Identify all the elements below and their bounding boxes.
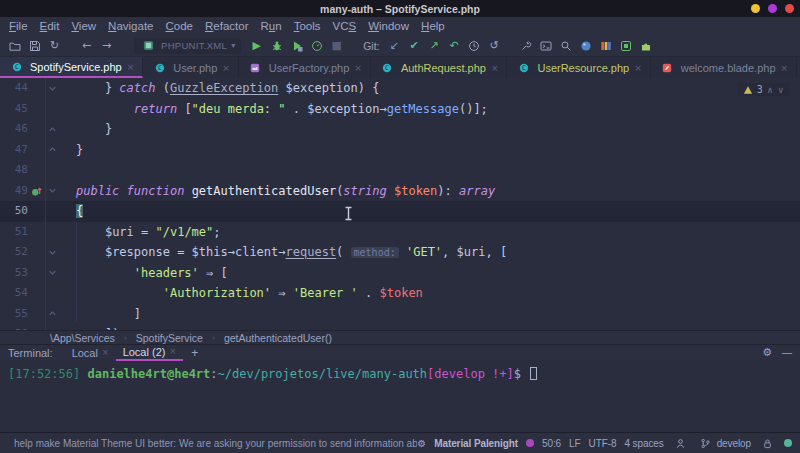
event-log-icon[interactable]: ⚙ (417, 438, 426, 449)
code-text[interactable]: } (60, 119, 800, 140)
close-terminal-tab-icon[interactable]: × (169, 347, 176, 356)
wrench-icon[interactable] (517, 37, 534, 54)
stop-icon[interactable]: ■ (328, 37, 345, 54)
debug-icon[interactable] (268, 37, 285, 54)
close-tab-icon[interactable]: × (222, 63, 230, 73)
menu-tools[interactable]: Tools (288, 20, 327, 32)
code-text[interactable]: ] (60, 304, 800, 325)
tab-userfactory-php[interactable]: UserFactory.php× (239, 57, 371, 78)
code-text[interactable]: 'Authorization' ⇒ 'Bearer ' . $token (60, 283, 800, 304)
open-icon[interactable] (6, 37, 23, 54)
code-text[interactable]: 'headers' ⇒ [ (60, 263, 800, 284)
back-icon[interactable]: ← (78, 37, 95, 54)
terminal-minimize-icon[interactable]: — (782, 347, 792, 358)
tab-welcome-blade-php[interactable]: welcome.blade.php× (651, 57, 797, 78)
git-branch-widget[interactable]: develop (697, 435, 751, 452)
close-button[interactable] (785, 4, 794, 13)
fold-down-icon[interactable] (45, 263, 60, 284)
search-everywhere-icon[interactable] (577, 37, 594, 54)
code-text[interactable]: { (60, 201, 800, 222)
method-gutter-icon[interactable] (28, 181, 45, 202)
caret-position-widget[interactable]: 50:6 (542, 438, 561, 449)
tab-authrequest-php[interactable]: CAuthRequest.php× (371, 57, 508, 78)
menu-edit[interactable]: Edit (34, 20, 66, 32)
menu-help[interactable]: Help (415, 20, 451, 32)
status-message[interactable]: help make Material Theme UI better: We a… (14, 438, 417, 449)
tab-user-php[interactable]: CUser.php× (143, 57, 239, 78)
new-terminal-button[interactable]: + (183, 346, 206, 360)
forward-icon[interactable]: → (98, 37, 115, 54)
git-rollback-icon[interactable]: ↶ (445, 37, 462, 54)
close-tab-icon[interactable]: × (634, 63, 642, 73)
fold-down-icon[interactable] (45, 242, 60, 263)
coverage-icon[interactable] (288, 37, 305, 54)
next-warning-icon[interactable]: ∨ (777, 85, 784, 95)
material-plugin-icon[interactable] (597, 37, 614, 54)
close-tab-icon[interactable]: × (491, 63, 499, 73)
prev-warning-icon[interactable]: ∧ (767, 85, 774, 95)
breadcrumb-item[interactable]: \App\Services (50, 332, 115, 344)
lock-icon[interactable] (759, 435, 776, 452)
run-config-select[interactable]: PHPUNIT.XML▾ (134, 38, 241, 54)
menu-view[interactable]: View (65, 20, 102, 32)
sync-icon[interactable]: ↻ (46, 37, 63, 54)
search-icon[interactable] (557, 37, 574, 54)
fold-up-icon[interactable] (45, 304, 60, 325)
encoding-widget[interactable]: UTF-8 (589, 438, 617, 449)
menu-file[interactable]: File (3, 20, 34, 32)
accent-dot[interactable] (526, 439, 534, 447)
menu-navigate[interactable]: Navigate (102, 20, 159, 32)
menu-code[interactable]: Code (160, 20, 200, 32)
theme-widget[interactable]: Material Palenight (434, 438, 518, 449)
terminal-tab-local-2-[interactable]: Local (2)× (116, 345, 184, 361)
code-text[interactable]: $uri = "/v1/me"; (60, 222, 800, 243)
indent-widget[interactable]: 4 spaces (624, 438, 663, 449)
menu-run[interactable]: Run (255, 20, 288, 32)
history-icon[interactable] (465, 37, 482, 54)
code-text[interactable]: $response = $this→client→request( method… (60, 242, 800, 263)
terminal-settings-icon[interactable]: ⚙ (762, 346, 772, 359)
line-ending-widget[interactable]: LF (569, 438, 580, 449)
fold-up-icon[interactable] (45, 119, 60, 140)
maximize-button[interactable] (768, 4, 777, 13)
close-tab-icon[interactable]: × (127, 62, 135, 72)
terminal-panel[interactable]: [17:52:56] danielhe4rt@he4rt:~/dev/proje… (0, 360, 800, 432)
menu-refactor[interactable]: Refactor (199, 20, 254, 32)
code-line-49: 49public function getAuthenticatedUser(s… (0, 181, 800, 202)
close-tab-icon[interactable]: × (354, 63, 362, 73)
menu-vcs[interactable]: VCS (326, 20, 362, 32)
code-text[interactable]: } (60, 140, 800, 161)
breadcrumb-item[interactable]: SpotifyService (136, 332, 203, 344)
close-tab-icon[interactable]: × (781, 63, 789, 73)
breadcrumb-item[interactable]: getAuthenticatedUser() (224, 332, 332, 344)
git-commit-icon[interactable]: ✔ (405, 37, 422, 54)
code-editor[interactable]: 44 } catch (GuzzleException $exception) … (0, 78, 800, 330)
minimize-button[interactable] (751, 4, 760, 13)
terminal-tab-local[interactable]: Local× (65, 345, 116, 361)
menu-window[interactable]: Window (362, 20, 415, 32)
code-text[interactable]: public function getAuthenticatedUser(str… (60, 181, 800, 202)
ide-health-dot[interactable] (784, 439, 792, 447)
save-icon[interactable] (26, 37, 43, 54)
fold-down-icon[interactable] (45, 78, 60, 99)
gutter-icon-slot (28, 222, 45, 243)
fold-down-icon[interactable] (45, 181, 60, 202)
reader-mode-icon[interactable] (672, 435, 689, 452)
tab-spotifyservice-php[interactable]: CSpotifyService.php× (0, 57, 143, 78)
code-text[interactable] (60, 160, 800, 181)
code-text[interactable]: return ["deu merda: " . $exception→getMe… (60, 99, 800, 120)
git-update-icon[interactable]: ↙ (385, 37, 402, 54)
close-terminal-tab-icon[interactable]: × (102, 348, 109, 357)
code-text[interactable]: } catch (GuzzleException $exception) { (60, 78, 800, 99)
fold-up-icon[interactable] (45, 140, 60, 161)
plugin-puzzle-icon[interactable] (637, 37, 654, 54)
run-icon[interactable]: ▶ (248, 37, 265, 54)
code-text[interactable]: ]) (60, 324, 800, 330)
codewithme-icon[interactable] (617, 37, 634, 54)
profiler-icon[interactable] (308, 37, 325, 54)
tab-userresource-php[interactable]: CUserResource.php× (507, 57, 650, 78)
terminal-window-icon[interactable] (537, 37, 554, 54)
undo-icon[interactable]: ↺ (485, 37, 502, 54)
inspection-widget[interactable]: 3 ∧ ∨ (737, 83, 790, 96)
git-push-icon[interactable]: ↗ (425, 37, 442, 54)
